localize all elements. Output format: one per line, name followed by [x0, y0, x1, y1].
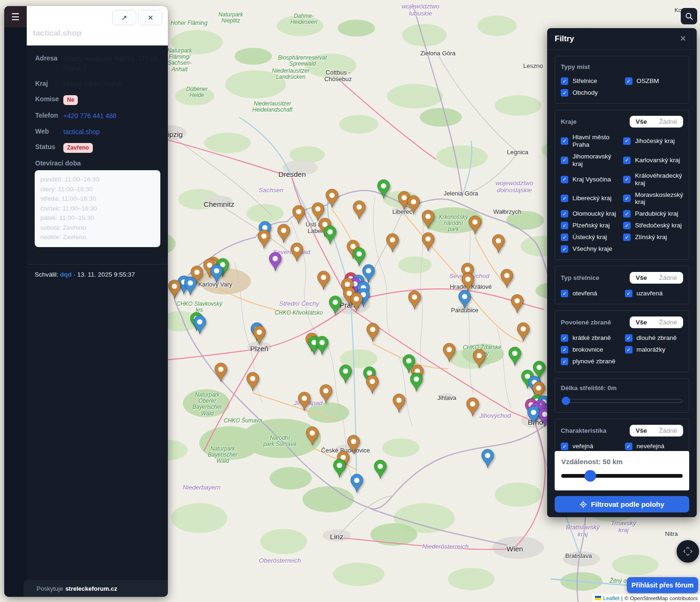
delka-slider-thumb[interactable] [562, 397, 570, 405]
checkbox-box[interactable]: ✓ [561, 245, 568, 253]
map-marker[interactable] [461, 272, 475, 292]
checkbox-box[interactable]: ✓ [623, 137, 631, 145]
phone-link[interactable]: +420 776 441 488 [63, 112, 116, 120]
map-marker[interactable] [516, 322, 530, 342]
map-marker[interactable] [210, 264, 224, 284]
checkbox-box[interactable]: ✓ [561, 210, 568, 218]
map-marker[interactable] [246, 372, 260, 391]
checkbox-dlouhé-zbraně[interactable]: ✓dlouhé zbraně [625, 334, 683, 342]
pan-button[interactable] [677, 540, 699, 563]
map-marker[interactable] [421, 210, 435, 229]
map-marker[interactable] [193, 315, 207, 335]
map-marker[interactable] [167, 279, 181, 299]
map-marker[interactable] [472, 349, 486, 369]
map-marker[interactable] [325, 188, 339, 208]
checkbox-oszbm[interactable]: ✓OSZBM [625, 77, 683, 85]
checkbox-olomoucký-kraj[interactable]: ✓Olomoucký kraj [561, 210, 620, 218]
checkbox-pardubický-kraj[interactable]: ✓Pardubický kraj [623, 210, 683, 218]
map-marker[interactable] [339, 364, 353, 384]
checkbox-kraj-vysočina[interactable]: ✓Kraj Vysočina [561, 172, 620, 187]
checkbox-box[interactable]: ✓ [561, 89, 568, 97]
checkbox-box[interactable]: ✓ [561, 176, 568, 183]
checkbox-obchody[interactable]: ✓Obchody [561, 89, 622, 97]
map-marker[interactable] [421, 232, 435, 252]
checkbox-box[interactable]: ✓ [561, 358, 568, 365]
checkbox-neveřejná[interactable]: ✓neveřejná [625, 443, 683, 450]
map-marker[interactable] [365, 375, 379, 394]
checkbox-box[interactable]: ✓ [623, 210, 631, 218]
map-marker[interactable] [319, 384, 333, 404]
all-button[interactable]: Vše [630, 116, 653, 128]
forum-login-button[interactable]: Přihlásit přes fórum [627, 577, 698, 593]
map-marker[interactable] [183, 276, 197, 296]
checkbox-box[interactable]: ✓ [561, 157, 568, 164]
map-marker[interactable] [366, 323, 380, 342]
checkbox-moravskoslezský-kraj[interactable]: ✓Moravskoslezský kraj [623, 191, 683, 206]
map-marker[interactable] [376, 179, 391, 199]
map-marker[interactable] [491, 234, 505, 254]
checkbox-liberecký-kraj[interactable]: ✓Liberecký kraj [561, 191, 620, 206]
map-marker[interactable] [409, 372, 423, 392]
checkbox-plzeňský-kraj[interactable]: ✓Plzeňský kraj [561, 222, 620, 229]
checkbox-box[interactable]: ✓ [561, 334, 568, 342]
checkbox-box[interactable]: ✓ [623, 222, 631, 229]
map-marker[interactable] [407, 290, 422, 310]
checkbox-box[interactable]: ✓ [623, 157, 631, 164]
expand-button[interactable]: ↗ [112, 10, 136, 25]
checkbox-ústecký-kraj[interactable]: ✓Ústecký kraj [561, 233, 620, 241]
approver-link[interactable]: dqd [60, 271, 72, 278]
none-button[interactable]: Žádné [653, 316, 683, 328]
menu-icon[interactable]: ☰ [4, 6, 27, 27]
checkbox-box[interactable]: ✓ [561, 233, 568, 241]
checkbox-box[interactable]: ✓ [625, 346, 632, 354]
map-marker[interactable] [257, 229, 271, 249]
map-marker[interactable] [252, 325, 266, 345]
checkbox-brokovnice[interactable]: ✓brokovnice [561, 346, 622, 354]
checkbox-box[interactable]: ✓ [623, 233, 631, 241]
map-marker[interactable] [328, 295, 342, 315]
checkbox-box[interactable]: ✓ [623, 195, 631, 202]
checkbox-box[interactable]: ✓ [625, 334, 632, 342]
delka-slider[interactable] [562, 399, 682, 403]
checkbox-středočeský-kraj[interactable]: ✓Středočeský kraj [623, 222, 683, 229]
checkbox-hlavní-město-praha[interactable]: ✓Hlavní město Praha [561, 134, 620, 149]
map-marker[interactable] [349, 292, 363, 312]
map-marker[interactable] [508, 346, 522, 366]
filters-close-icon[interactable]: ✕ [677, 33, 689, 44]
web-link[interactable]: tactical.shop [63, 128, 100, 135]
map-marker[interactable] [305, 426, 319, 446]
checkbox-veřejná[interactable]: ✓veřejná [561, 443, 622, 450]
checkbox-box[interactable]: ✓ [561, 222, 568, 229]
map-marker[interactable] [406, 195, 421, 215]
checkbox-karlovarský-kraj[interactable]: ✓Karlovarský kraj [623, 153, 683, 168]
map-marker[interactable] [458, 290, 472, 309]
map-marker[interactable] [500, 269, 514, 288]
map-marker[interactable] [277, 224, 291, 243]
map-marker[interactable] [323, 225, 337, 245]
map-marker[interactable] [316, 271, 331, 290]
checkbox-otevřená[interactable]: ✓otevřená [561, 290, 622, 297]
all-button[interactable]: Vše [630, 272, 653, 284]
checkbox-box[interactable]: ✓ [561, 137, 568, 145]
checkbox-box[interactable]: ✓ [625, 290, 632, 297]
checkbox-box[interactable]: ✓ [561, 290, 568, 297]
leaflet-link[interactable]: Leaflet [603, 595, 619, 601]
map-marker[interactable] [297, 391, 311, 411]
checkbox-box[interactable]: ✓ [561, 195, 568, 202]
checkbox-box[interactable]: ✓ [623, 176, 631, 183]
none-button[interactable]: Žádné [653, 116, 683, 128]
checkbox-box[interactable]: ✓ [561, 77, 568, 85]
map-marker[interactable] [352, 200, 366, 220]
checkbox-jihočeský-kraj[interactable]: ✓Jihočeský kraj [623, 134, 683, 149]
distance-slider[interactable] [561, 474, 683, 478]
checkbox-krátké-zbraně[interactable]: ✓krátké zbraně [561, 334, 622, 342]
map-marker[interactable] [373, 459, 387, 479]
all-button[interactable]: Vše [630, 425, 653, 436]
checkbox-jihomoravský-kraj[interactable]: ✓Jihomoravský kraj [561, 153, 620, 168]
map-marker[interactable] [290, 242, 304, 262]
map-marker[interactable] [442, 343, 456, 362]
none-button[interactable]: Žádné [653, 425, 683, 436]
map-marker[interactable] [332, 459, 346, 478]
checkbox-box[interactable]: ✓ [625, 77, 632, 85]
map-marker[interactable] [466, 397, 480, 417]
